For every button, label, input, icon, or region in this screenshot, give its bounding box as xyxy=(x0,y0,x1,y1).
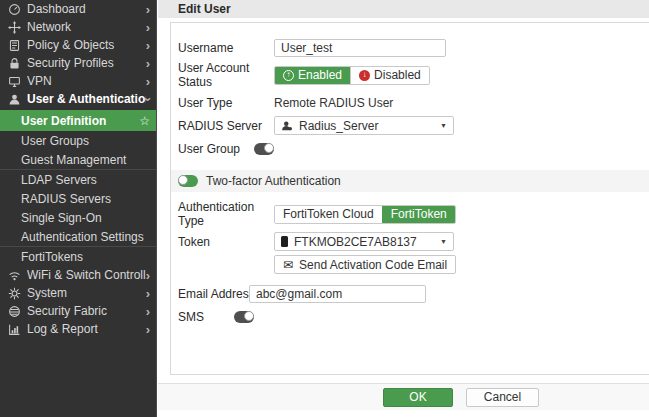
chevron-right-icon: › xyxy=(146,269,150,282)
account-status-segmented: ↑ Enabled ↓ Disabled xyxy=(274,66,430,85)
user-type-label: User Type xyxy=(178,96,274,110)
mobile-token-icon xyxy=(281,236,288,247)
network-icon xyxy=(7,20,21,34)
sidebar-item-label: Log & Report xyxy=(27,322,146,336)
form-footer: OK Cancel xyxy=(158,383,649,410)
star-icon[interactable]: ☆ xyxy=(139,114,150,128)
two-factor-toggle[interactable] xyxy=(178,175,198,187)
sidebar-item-label: Single Sign-On xyxy=(21,211,102,225)
user-icon xyxy=(7,92,21,106)
enabled-button[interactable]: ↑ Enabled xyxy=(275,67,350,84)
chevron-right-icon: › xyxy=(146,39,150,52)
sidebar-item-security-profiles[interactable]: Security Profiles › xyxy=(0,54,156,72)
sidebar-item-label: Network xyxy=(27,20,146,34)
sidebar-item-vpn[interactable]: VPN › xyxy=(0,72,156,90)
chevron-right-icon: › xyxy=(146,57,150,70)
disabled-button[interactable]: ↓ Disabled xyxy=(350,67,429,84)
arrow-down-circle-icon: ↓ xyxy=(359,70,370,81)
chevron-right-icon: › xyxy=(146,3,150,16)
page-title: Edit User xyxy=(178,2,231,16)
sidebar-item-policy-objects[interactable]: Policy & Objects › xyxy=(0,36,156,54)
radius-user-icon xyxy=(281,120,293,132)
sidebar-item-security-fabric[interactable]: Security Fabric › xyxy=(0,302,156,320)
two-factor-label: Two-factor Authentication xyxy=(206,174,341,188)
radius-server-value: Radius_Server xyxy=(299,119,378,133)
account-status-row: User Account Status ↑ Enabled ↓ Disabled xyxy=(178,61,639,89)
auth-type-row: Authentication Type FortiToken Cloud For… xyxy=(178,200,639,228)
two-factor-section: Two-factor Authentication xyxy=(171,170,649,192)
cancel-button[interactable]: Cancel xyxy=(466,388,539,407)
chevron-right-icon: › xyxy=(146,287,150,300)
send-activation-button[interactable]: ✉ Send Activation Code Email xyxy=(274,255,456,274)
sidebar-item-fortitokens[interactable]: FortiTokens xyxy=(0,247,156,266)
lock-icon xyxy=(7,56,21,70)
account-status-label: User Account Status xyxy=(178,61,274,89)
username-input[interactable] xyxy=(274,39,446,57)
sidebar-item-radius-servers[interactable]: RADIUS Servers xyxy=(0,189,156,208)
sidebar-item-label: WiFi & Switch Controller xyxy=(27,268,146,282)
edit-user-form: Username User Account Status ↑ Enabled ↓… xyxy=(170,22,649,375)
auth-type-segmented: FortiToken Cloud FortiToken xyxy=(274,205,456,224)
caret-down-icon: ▼ xyxy=(440,238,447,245)
sidebar-item-label: Authentication Settings xyxy=(21,230,144,244)
user-group-row: User Group xyxy=(178,139,639,158)
auth-type-label: Authentication Type xyxy=(178,200,274,228)
sidebar-item-network[interactable]: Network › xyxy=(0,18,156,36)
username-label: Username xyxy=(178,41,274,55)
radius-server-dropdown[interactable]: Radius_Server ▼ xyxy=(274,116,454,135)
sidebar-item-label: User Definition xyxy=(21,114,106,128)
token-row: Token FTKMOB2CE7AB8137 ▼ xyxy=(178,232,639,251)
sidebar-item-label: Dashboard xyxy=(27,2,146,16)
radius-server-label: RADIUS Server xyxy=(178,119,274,133)
envelope-icon: ✉ xyxy=(283,259,293,271)
sidebar-item-ldap-servers[interactable]: LDAP Servers xyxy=(0,170,156,189)
username-row: Username xyxy=(178,38,639,57)
fabric-icon xyxy=(7,304,21,318)
wifi-icon xyxy=(7,268,21,282)
chevron-right-icon: › xyxy=(146,305,150,318)
sms-toggle[interactable] xyxy=(234,311,254,323)
email-input[interactable] xyxy=(249,285,426,303)
fortitoken-button[interactable]: FortiToken xyxy=(382,206,455,223)
caret-down-icon: ▼ xyxy=(440,122,447,129)
ok-button[interactable]: OK xyxy=(383,388,453,407)
token-dropdown[interactable]: FTKMOB2CE7AB8137 ▼ xyxy=(274,232,454,251)
monitor-icon xyxy=(7,74,21,88)
email-row: Email Address xyxy=(178,284,639,303)
user-group-label: User Group xyxy=(178,142,254,156)
chevron-right-icon: › xyxy=(146,323,150,336)
sidebar-item-label: Guest Management xyxy=(21,153,126,167)
token-value: FTKMOB2CE7AB8137 xyxy=(294,235,417,249)
sidebar-item-label: System xyxy=(27,286,146,300)
sidebar: Dashboard › Network › Policy & Objects ›… xyxy=(0,0,157,417)
user-group-toggle[interactable] xyxy=(254,143,274,155)
fortitoken-cloud-button[interactable]: FortiToken Cloud xyxy=(275,206,382,223)
sidebar-item-label: VPN xyxy=(27,74,146,88)
sidebar-item-user-groups[interactable]: User Groups xyxy=(0,131,156,150)
sidebar-item-dashboard[interactable]: Dashboard › xyxy=(0,0,156,18)
user-type-row: User Type Remote RADIUS User xyxy=(178,93,639,112)
arrow-up-circle-icon: ↑ xyxy=(283,70,294,81)
send-activation-row: ✉ Send Activation Code Email xyxy=(274,255,639,274)
sidebar-item-single-sign-on[interactable]: Single Sign-On xyxy=(0,208,156,227)
sidebar-item-label: RADIUS Servers xyxy=(21,192,111,206)
sms-row: SMS xyxy=(178,307,639,326)
sidebar-item-system[interactable]: System › xyxy=(0,284,156,302)
sidebar-item-user-authentication[interactable]: User & Authentication › xyxy=(0,90,156,108)
sidebar-item-authentication-settings[interactable]: Authentication Settings xyxy=(0,227,156,246)
sidebar-item-guest-management[interactable]: Guest Management xyxy=(0,150,156,169)
sidebar-item-label: User & Authentication xyxy=(27,92,146,106)
sidebar-item-label: Security Fabric xyxy=(27,304,146,318)
sidebar-item-label: Security Profiles xyxy=(27,56,146,70)
sidebar-item-user-definition[interactable]: User Definition ☆ xyxy=(0,110,156,131)
sidebar-item-wifi-switch-controller[interactable]: WiFi & Switch Controller › xyxy=(0,266,156,284)
sidebar-item-label: FortiTokens xyxy=(21,250,83,264)
chart-icon xyxy=(7,322,21,336)
gear-icon xyxy=(7,286,21,300)
sidebar-item-log-report[interactable]: Log & Report › xyxy=(0,320,156,338)
chevron-right-icon: › xyxy=(146,75,150,88)
chevron-down-icon: › xyxy=(141,97,154,101)
token-label: Token xyxy=(178,235,274,249)
chevron-right-icon: › xyxy=(146,21,150,34)
page-header: Edit User xyxy=(158,0,649,18)
